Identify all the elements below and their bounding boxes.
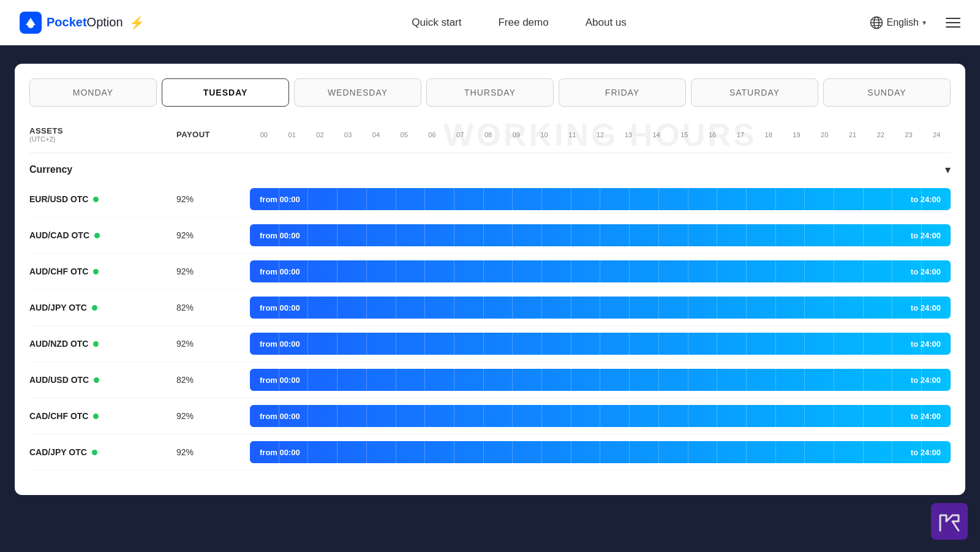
payout-val-1: 92% — [176, 230, 250, 240]
currency-section-title: Currency — [29, 164, 72, 175]
bar-segment-1-2 — [308, 224, 337, 246]
main-nav: Quick start Free demo About us — [169, 17, 870, 29]
status-dot-1 — [94, 233, 100, 238]
asset-name-5: AUD/USD OTC — [29, 375, 176, 385]
bar-segment-5-15 — [688, 369, 718, 391]
time-bar-grid-6 — [250, 405, 951, 427]
bar-segment-2-10 — [542, 260, 571, 282]
bar-segment-6-21 — [864, 405, 893, 427]
language-selector[interactable]: English ▾ — [870, 16, 926, 29]
day-tab-friday[interactable]: FRIDAY — [559, 78, 686, 107]
hour-tick-04: 04 — [362, 131, 390, 138]
nav-free-demo[interactable]: Free demo — [498, 17, 548, 29]
bar-segment-4-11 — [571, 333, 601, 355]
day-tab-wednesday[interactable]: WEDNESDAY — [294, 78, 421, 107]
corner-logo — [931, 503, 968, 540]
bar-segment-0-5 — [396, 188, 426, 210]
bar-segment-4-5 — [396, 333, 426, 355]
currency-section-header[interactable]: Currency ▾ — [29, 153, 951, 181]
bar-segment-6-11 — [571, 405, 601, 427]
bar-segment-0-17 — [747, 188, 776, 210]
bar-segment-7-4 — [367, 441, 396, 463]
bar-segment-6-6 — [425, 405, 454, 427]
hour-tick-05: 05 — [390, 131, 418, 138]
bar-segment-2-11 — [571, 260, 601, 282]
bar-segment-6-15 — [688, 405, 718, 427]
bar-segment-3-3 — [337, 297, 367, 319]
asset-row-7: CAD/JPY OTC92%from 00:00to 24:00 — [29, 434, 951, 471]
bar-segment-2-12 — [600, 260, 630, 282]
bar-segment-2-19 — [805, 260, 834, 282]
asset-name-2: AUD/CHF OTC — [29, 267, 176, 276]
time-bar-grid-7 — [250, 441, 951, 463]
currency-chevron-icon: ▾ — [945, 163, 951, 176]
bar-segment-3-12 — [600, 297, 630, 319]
bar-segment-5-14 — [659, 369, 688, 391]
bar-segment-1-4 — [367, 224, 396, 246]
time-bar-container-3: from 00:00to 24:00 — [250, 296, 951, 319]
day-tab-sunday[interactable]: SUNDAY — [823, 78, 951, 107]
bar-segment-5-16 — [717, 369, 747, 391]
bar-segment-3-13 — [630, 297, 659, 319]
bar-segment-2-18 — [776, 260, 805, 282]
day-tab-thursday[interactable]: THURSDAY — [426, 78, 554, 107]
hamburger-menu[interactable] — [946, 18, 960, 28]
hours-header: WORKING HOURS 00010203040506070809101112… — [250, 131, 951, 138]
bar-segment-4-9 — [513, 333, 542, 355]
asset-name-1: AUD/CAD OTC — [29, 230, 176, 240]
time-bar-grid-3 — [250, 297, 951, 319]
bar-to-7: to 24:00 — [911, 448, 941, 457]
asset-row-2: AUD/CHF OTC92%from 00:00to 24:00 — [29, 254, 951, 290]
bar-segment-6-17 — [747, 405, 776, 427]
time-bar-0: from 00:00to 24:00 — [250, 188, 951, 210]
bar-segment-1-14 — [659, 224, 688, 246]
asset-label-0: EUR/USD OTC — [29, 194, 88, 204]
bar-segment-3-6 — [425, 297, 454, 319]
bar-from-4: from 00:00 — [260, 339, 300, 349]
bar-segment-7-16 — [717, 441, 747, 463]
bar-segment-3-5 — [396, 297, 426, 319]
bar-segment-4-13 — [630, 333, 659, 355]
bar-segment-6-4 — [367, 405, 396, 427]
time-bar-container-0: from 00:00to 24:00 — [250, 187, 951, 211]
bar-segment-7-15 — [688, 441, 718, 463]
time-bar-4: from 00:00to 24:00 — [250, 333, 951, 355]
bar-segment-6-3 — [337, 405, 367, 427]
bar-segment-5-8 — [484, 369, 513, 391]
time-bar-6: from 00:00to 24:00 — [250, 405, 951, 427]
bar-segment-3-2 — [308, 297, 337, 319]
asset-name-6: CAD/CHF OTC — [29, 411, 176, 421]
bar-segment-2-20 — [834, 260, 864, 282]
hour-tick-00: 00 — [250, 131, 278, 138]
bar-segment-0-13 — [630, 188, 659, 210]
hour-tick-01: 01 — [278, 131, 306, 138]
day-tab-monday[interactable]: MONDAY — [29, 78, 157, 107]
bar-segment-4-17 — [747, 333, 776, 355]
asset-name-0: EUR/USD OTC — [29, 194, 176, 204]
nav-about-us[interactable]: About us — [586, 17, 627, 29]
logo[interactable]: PocketOption ⚡ — [20, 12, 145, 34]
bar-segment-2-16 — [717, 260, 747, 282]
bar-segment-0-9 — [513, 188, 542, 210]
bar-segment-1-19 — [805, 224, 834, 246]
nav-quick-start[interactable]: Quick start — [412, 17, 461, 29]
day-tab-saturday[interactable]: SATURDAY — [691, 78, 818, 107]
time-bar-7: from 00:00to 24:00 — [250, 441, 951, 463]
bar-segment-0-3 — [337, 188, 367, 210]
bar-segment-2-3 — [337, 260, 367, 282]
bar-segment-7-8 — [484, 441, 513, 463]
day-tab-tuesday[interactable]: TUESDAY — [162, 78, 289, 107]
hour-tick-22: 22 — [867, 131, 895, 138]
hour-ticks: 0001020304050607080910111213141516171819… — [250, 131, 951, 138]
bar-segment-2-14 — [659, 260, 688, 282]
bar-segment-1-11 — [571, 224, 601, 246]
payout-column-header: PAYOUT — [176, 130, 250, 139]
asset-row-1: AUD/CAD OTC92%from 00:00to 24:00 — [29, 217, 951, 254]
asset-row-0: EUR/USD OTC92%from 00:00to 24:00 — [29, 181, 951, 217]
payout-val-0: 92% — [176, 194, 250, 204]
status-dot-4 — [93, 341, 99, 347]
time-bar-container-7: from 00:00to 24:00 — [250, 440, 951, 464]
bar-segment-0-10 — [542, 188, 571, 210]
time-bar-container-2: from 00:00to 24:00 — [250, 260, 951, 283]
assets-column-header: ASSETS (UTC+2) — [29, 126, 176, 143]
